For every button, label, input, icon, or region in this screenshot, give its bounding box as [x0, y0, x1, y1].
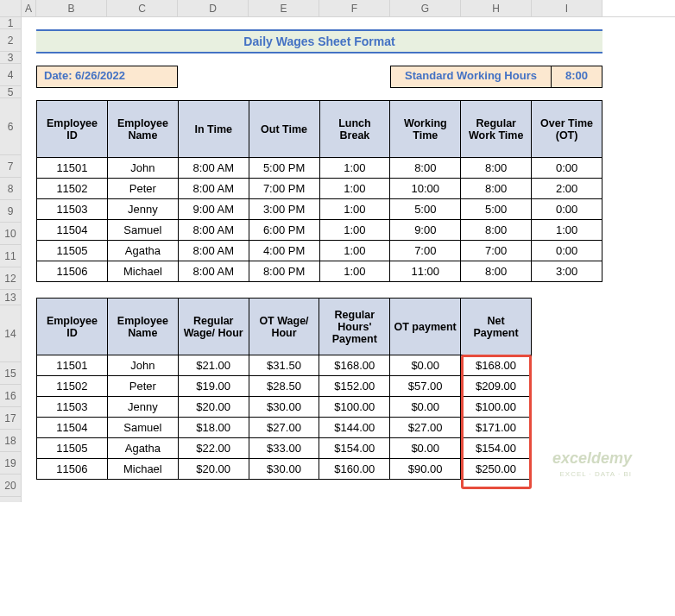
cell[interactable]: 11506: [37, 261, 108, 282]
row-header-9[interactable]: 9: [0, 200, 22, 223]
cell[interactable]: 8:00: [461, 261, 532, 282]
col-header-B[interactable]: B: [36, 0, 107, 16]
row-header-21[interactable]: 21: [0, 497, 22, 502]
cell[interactable]: 1:00: [319, 199, 390, 220]
cell[interactable]: 8:00 AM: [178, 261, 249, 282]
select-all-corner[interactable]: [0, 0, 22, 17]
table-row[interactable]: 11502Peter$19.00$28.50$152.00$57.00$209.…: [37, 376, 532, 397]
cell[interactable]: $100.00: [461, 397, 532, 418]
cell[interactable]: $209.00: [461, 376, 532, 397]
cell[interactable]: 6:00 PM: [249, 220, 319, 241]
cell[interactable]: 8:00 AM: [178, 220, 249, 241]
cell[interactable]: 11505: [37, 438, 108, 459]
cell[interactable]: 8:00: [461, 220, 532, 241]
cell[interactable]: Michael: [107, 459, 178, 480]
table-row[interactable]: 11506Michael$20.00$30.00$160.00$90.00$25…: [37, 459, 532, 480]
cell[interactable]: $27.00: [249, 418, 319, 438]
cell[interactable]: $154.00: [461, 438, 532, 459]
col-header-A[interactable]: A: [22, 0, 36, 16]
cell[interactable]: 11501: [37, 158, 108, 179]
cell[interactable]: John: [107, 158, 178, 179]
row-header-12[interactable]: 12: [0, 267, 22, 290]
cell[interactable]: 3:00: [532, 261, 602, 282]
table-row[interactable]: 11504Samuel$18.00$27.00$144.00$27.00$171…: [37, 418, 532, 438]
cell[interactable]: 8:00 AM: [178, 241, 249, 261]
cell[interactable]: 11502: [37, 376, 108, 397]
cell[interactable]: 3:00 PM: [249, 199, 319, 220]
table-row[interactable]: 11503Jenny$20.00$30.00$100.00$0.00$100.0…: [37, 397, 532, 418]
cell[interactable]: $154.00: [319, 438, 390, 459]
cell[interactable]: 7:00 PM: [249, 179, 319, 199]
cell[interactable]: $144.00: [319, 418, 390, 438]
cell[interactable]: $152.00: [319, 376, 390, 397]
row-header-17[interactable]: 17: [0, 407, 22, 430]
cell[interactable]: $30.00: [249, 459, 319, 480]
cell[interactable]: Michael: [107, 261, 178, 282]
cell[interactable]: 11506: [37, 459, 108, 480]
cell[interactable]: 1:00: [319, 241, 390, 261]
cell[interactable]: $0.00: [390, 438, 461, 459]
table-row[interactable]: 11504Samuel8:00 AM6:00 PM1:009:008:001:0…: [37, 220, 602, 241]
col-header-F[interactable]: F: [319, 0, 390, 16]
cell[interactable]: 7:00: [461, 241, 532, 261]
cell[interactable]: $20.00: [178, 397, 249, 418]
col-header-C[interactable]: C: [107, 0, 178, 16]
row-header-2[interactable]: 2: [0, 29, 22, 52]
cell[interactable]: $250.00: [461, 459, 532, 480]
cell[interactable]: 5:00: [461, 199, 532, 220]
cell[interactable]: 8:00 AM: [178, 158, 249, 179]
cell[interactable]: $171.00: [461, 418, 532, 438]
table-row[interactable]: 11505Agatha8:00 AM4:00 PM1:007:007:000:0…: [37, 241, 602, 261]
col-header-I[interactable]: I: [532, 0, 602, 16]
cell[interactable]: 0:00: [532, 158, 602, 179]
cell[interactable]: $18.00: [178, 418, 249, 438]
cell[interactable]: $33.00: [249, 438, 319, 459]
cell[interactable]: Agatha: [107, 438, 178, 459]
cell[interactable]: $100.00: [319, 397, 390, 418]
cell[interactable]: 1:00: [319, 179, 390, 199]
cell[interactable]: Samuel: [107, 220, 178, 241]
cell[interactable]: 8:00: [390, 158, 461, 179]
row-header-13[interactable]: 13: [0, 290, 22, 305]
cell[interactable]: $160.00: [319, 459, 390, 480]
cell[interactable]: 11501: [37, 355, 108, 376]
cell[interactable]: 5:00 PM: [249, 158, 319, 179]
cell[interactable]: 11502: [37, 179, 108, 199]
cell[interactable]: $19.00: [178, 376, 249, 397]
cell[interactable]: 11504: [37, 220, 108, 241]
row-header-1[interactable]: 1: [0, 17, 22, 29]
cell[interactable]: $21.00: [178, 355, 249, 376]
row-header-3[interactable]: 3: [0, 52, 22, 64]
row-header-6[interactable]: 6: [0, 98, 22, 155]
cell[interactable]: 11:00: [390, 261, 461, 282]
cell[interactable]: 1:00: [319, 220, 390, 241]
cell[interactable]: 8:00: [461, 179, 532, 199]
cell[interactable]: 2:00: [532, 179, 602, 199]
row-header-5[interactable]: 5: [0, 86, 22, 98]
row-header-14[interactable]: 14: [0, 305, 22, 362]
cell[interactable]: $27.00: [390, 418, 461, 438]
table-row[interactable]: 11503Jenny9:00 AM3:00 PM1:005:005:000:00: [37, 199, 602, 220]
row-header-4[interactable]: 4: [0, 64, 22, 86]
cell[interactable]: $31.50: [249, 355, 319, 376]
row-header-20[interactable]: 20: [0, 475, 22, 497]
row-header-18[interactable]: 18: [0, 430, 22, 452]
cell[interactable]: 11504: [37, 418, 108, 438]
cell[interactable]: Peter: [107, 179, 178, 199]
cell[interactable]: 7:00: [390, 241, 461, 261]
col-header-H[interactable]: H: [461, 0, 532, 16]
cell[interactable]: 11505: [37, 241, 108, 261]
cell[interactable]: Jenny: [107, 397, 178, 418]
cell[interactable]: 4:00 PM: [249, 241, 319, 261]
cell[interactable]: $22.00: [178, 438, 249, 459]
cell[interactable]: 10:00: [390, 179, 461, 199]
cell[interactable]: $0.00: [390, 355, 461, 376]
cell[interactable]: $57.00: [390, 376, 461, 397]
cell[interactable]: 1:00: [319, 158, 390, 179]
cell[interactable]: 8:00 AM: [178, 179, 249, 199]
row-header-11[interactable]: 11: [0, 245, 22, 267]
cell[interactable]: $168.00: [319, 355, 390, 376]
cell[interactable]: $30.00: [249, 397, 319, 418]
table-row[interactable]: 11506Michael8:00 AM8:00 PM1:0011:008:003…: [37, 261, 602, 282]
cell[interactable]: $0.00: [390, 397, 461, 418]
